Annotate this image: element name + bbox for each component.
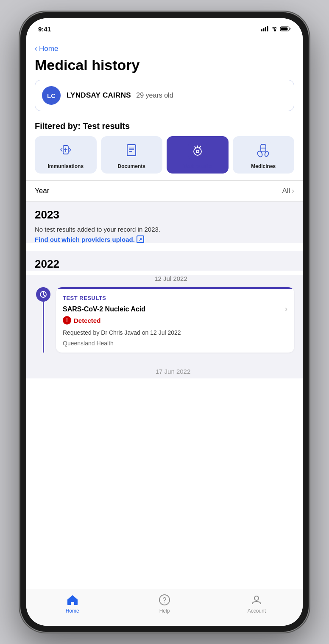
year-filter-selected: All [282, 187, 290, 195]
year-filter[interactable]: Year All › [26, 181, 303, 201]
svg-rect-15 [188, 141, 207, 160]
documents-icon [122, 141, 141, 160]
svg-text:?: ? [163, 596, 167, 604]
tab-immunisations[interactable]: Immunisations [35, 136, 97, 174]
svg-point-30 [254, 596, 259, 600]
immunisations-label: Immunisations [47, 163, 84, 169]
status-text: Detected [74, 317, 100, 324]
card-status: ! Detected [63, 316, 287, 325]
card-body: TEST RESULTS SARS-CoV-2 Nucleic Acid › !… [56, 289, 294, 353]
timeline: 12 Jul 2022 T [26, 275, 303, 361]
documents-label: Documents [118, 163, 145, 169]
tab-medicines[interactable]: Medicines [233, 136, 295, 174]
test-results-label: Test results [184, 163, 212, 169]
year-heading-2023: 2023 [35, 208, 294, 221]
card-requested: Requested by Dr Chris Javad on 12 Jul 20… [63, 329, 287, 337]
card-test-name: SARS-CoV-2 Nucleic Acid [63, 305, 145, 313]
status-icons [261, 26, 291, 31]
card-provider: Queensland Health [63, 340, 287, 347]
patient-age: 29 years old [136, 92, 173, 99]
svg-rect-2 [265, 27, 266, 31]
phone-frame: 9:41 [20, 12, 309, 632]
filter-label: Filtered by: Test results [26, 118, 303, 136]
timeline-dot [36, 287, 50, 302]
test-results-icon [188, 141, 207, 160]
medicines-label: Medicines [251, 163, 276, 169]
content-area: ‹ Home Medical history LC LYNDSAY CAIRNS… [26, 39, 303, 589]
card-test-row: SARS-CoV-2 Nucleic Acid › [63, 305, 287, 314]
entry-date: 12 Jul 2022 [47, 275, 294, 282]
year-filter-label: Year [35, 187, 49, 195]
svg-rect-1 [263, 28, 265, 32]
patient-card[interactable]: LC LYNDSAY CAIRNS 29 years old [35, 80, 294, 111]
card-category: TEST RESULTS [63, 295, 287, 301]
providers-link[interactable]: Find out which providers upload. ↗ [35, 235, 294, 243]
avatar: LC [42, 86, 61, 105]
back-label: Home [39, 45, 58, 53]
tab-account[interactable]: Account [240, 594, 273, 614]
external-link-icon: ↗ [137, 235, 144, 243]
tab-help[interactable]: ? Help [148, 594, 181, 614]
timeline-entry-0: TEST RESULTS SARS-CoV-2 Nucleic Acid › !… [35, 287, 294, 353]
svg-rect-5 [281, 28, 288, 31]
battery-icon [280, 26, 291, 31]
phone-screen: 9:41 [26, 18, 303, 626]
nav-back: ‹ Home [26, 39, 303, 55]
empty-message-2023: No test results added to your record in … [35, 226, 294, 233]
help-tab-label: Help [159, 608, 170, 614]
svg-rect-3 [267, 26, 268, 31]
test-result-card[interactable]: TEST RESULTS SARS-CoV-2 Nucleic Acid › !… [56, 287, 294, 353]
wifi-icon [271, 26, 278, 31]
tab-home[interactable]: Home [56, 594, 89, 614]
account-tab-label: Account [248, 608, 266, 614]
svg-rect-10 [122, 141, 141, 160]
tab-documents[interactable]: Documents [101, 136, 163, 174]
alert-icon: ! [63, 316, 71, 325]
medicines-icon [254, 141, 273, 160]
timeline-line [43, 302, 44, 353]
immunisations-icon [56, 141, 75, 160]
patient-name: LYNDSAY CAIRNS [67, 91, 131, 99]
page-title: Medical history [26, 55, 303, 80]
back-button[interactable]: ‹ Home [35, 45, 294, 53]
tab-test-results[interactable]: Test results [167, 136, 229, 174]
patient-info: LYNDSAY CAIRNS 29 years old [67, 91, 173, 100]
help-icon: ? [158, 594, 171, 606]
providers-link-text: Find out which providers upload. [35, 236, 135, 243]
chevron-right-icon: › [292, 187, 294, 195]
account-icon [250, 594, 263, 606]
tab-bar: Home ? Help Account [26, 589, 303, 626]
section-2023: 2023 No test results added to your recor… [26, 202, 303, 243]
home-icon [66, 594, 79, 606]
card-chevron-icon: › [285, 305, 287, 314]
svg-rect-0 [261, 29, 262, 31]
back-chevron-icon: ‹ [35, 44, 37, 53]
signal-icon [261, 26, 268, 31]
timeline-indicator [35, 287, 52, 353]
home-tab-label: Home [66, 608, 79, 614]
next-date-partial: 17 Jun 2022 [26, 361, 303, 378]
status-time: 9:41 [38, 25, 51, 33]
year-heading-2022: 2022 [35, 258, 294, 271]
year-filter-value[interactable]: All › [282, 187, 294, 195]
section-2022: 2022 [26, 251, 303, 271]
status-bar: 9:41 [26, 18, 303, 39]
category-tabs: Immunisations [26, 136, 303, 180]
